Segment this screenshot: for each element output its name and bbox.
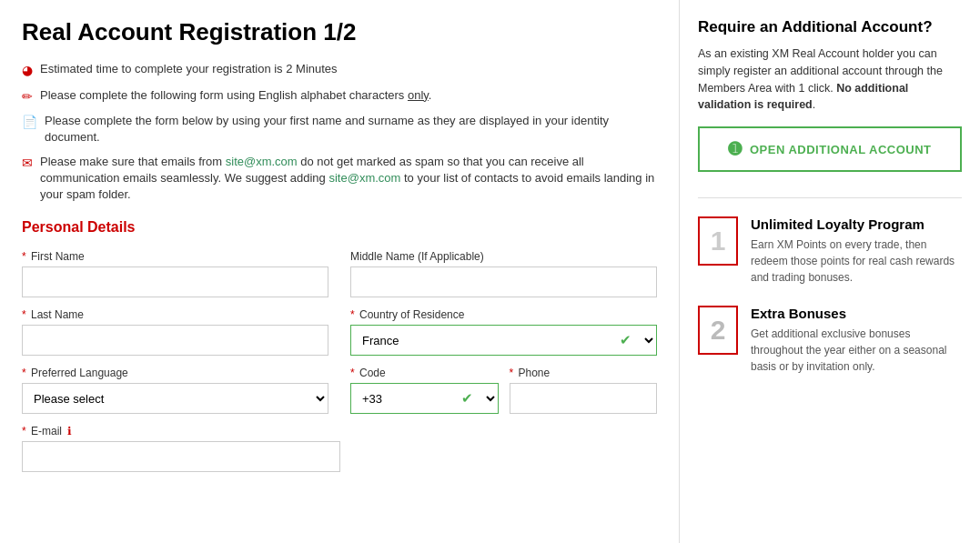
country-group: * Country of Residence France Germany Sp… <box>350 308 657 356</box>
info-text-email: Please make sure that emails from site@x… <box>40 154 657 204</box>
plus-circle-icon: ➊ <box>728 139 743 159</box>
preferred-language-select[interactable]: Please select English French German <box>22 383 328 414</box>
info-text-identity: Please complete the form below by using … <box>45 113 657 146</box>
phone-label: * Phone <box>510 367 658 379</box>
info-text-time: Estimated time to complete your registra… <box>40 61 338 77</box>
email-input[interactable] <box>22 441 340 472</box>
loyalty-number-box: 1 <box>698 216 738 266</box>
bonuses-text: Extra Bonuses Get additional exclusive b… <box>751 306 962 375</box>
page-title: Real Account Registration 1/2 <box>22 18 657 46</box>
phone-group: * Phone <box>510 367 658 414</box>
bonuses-title: Extra Bonuses <box>751 306 962 321</box>
bonuses-number-box: 2 <box>698 306 738 355</box>
email-link-1[interactable]: site@xm.com <box>226 155 298 168</box>
info-list: ◕ Estimated time to complete your regist… <box>22 61 657 203</box>
first-name-input[interactable] <box>22 266 328 297</box>
email-info-icon: ℹ <box>67 425 72 437</box>
preferred-language-label: * Preferred Language <box>22 367 328 379</box>
code-select[interactable]: +33 +1 +44 +49 <box>350 383 499 414</box>
info-item-email: ✉ Please make sure that emails from site… <box>22 154 657 204</box>
open-additional-account-button[interactable]: ➊ OPEN ADDITIONAL ACCOUNT <box>698 126 962 172</box>
extra-bonuses-section: 2 Extra Bonuses Get additional exclusive… <box>698 306 962 375</box>
personal-details-title: Personal Details <box>22 219 657 236</box>
phone-input[interactable] <box>510 383 658 414</box>
country-select-wrapper: France Germany Spain Italy ✔ <box>350 325 657 356</box>
email-group: * E-mail ℹ <box>22 425 657 472</box>
info-item-english: ✏ Please complete the following form usi… <box>22 87 657 106</box>
preferred-language-group: * Preferred Language Please select Engli… <box>22 367 328 414</box>
last-name-label: * Last Name <box>22 308 328 321</box>
mail-icon: ✉ <box>22 155 33 173</box>
first-name-group: * First Name <box>22 250 328 297</box>
left-panel: Real Account Registration 1/2 ◕ Estimate… <box>0 0 680 543</box>
info-text-english: Please complete the following form using… <box>40 87 431 104</box>
code-select-wrapper: +33 +1 +44 +49 ✔ <box>350 383 499 414</box>
id-icon: 📄 <box>22 114 37 132</box>
email-link-2[interactable]: site@xm.com <box>328 171 400 185</box>
middle-name-label: Middle Name (If Applicable) <box>350 250 657 263</box>
country-select[interactable]: France Germany Spain Italy <box>350 325 657 356</box>
info-item-time: ◕ Estimated time to complete your regist… <box>22 61 657 80</box>
code-group: * Code +33 +1 +44 +49 ✔ <box>350 367 499 414</box>
bonuses-description: Get additional exclusive bonuses through… <box>751 326 962 375</box>
pencil-icon: ✏ <box>22 88 33 106</box>
country-label: * Country of Residence <box>350 308 657 321</box>
last-name-group: * Last Name <box>22 308 328 356</box>
right-panel: Require an Additional Account? As an exi… <box>680 0 980 543</box>
middle-name-input[interactable] <box>350 266 657 297</box>
info-item-identity: 📄 Please complete the form below by usin… <box>22 113 657 146</box>
personal-details-form: * First Name Middle Name (If Applicable)… <box>22 250 657 472</box>
additional-account-title: Require an Additional Account? <box>698 18 962 36</box>
loyalty-title: Unlimited Loyalty Program <box>751 216 962 232</box>
divider-1 <box>698 197 962 198</box>
last-name-input[interactable] <box>22 325 328 356</box>
middle-name-group: Middle Name (If Applicable) <box>350 250 657 297</box>
loyalty-text: Unlimited Loyalty Program Earn XM Points… <box>751 216 962 286</box>
additional-account-description: As an existing XM Real Account holder yo… <box>698 45 962 114</box>
email-label: * E-mail ℹ <box>22 425 657 437</box>
loyalty-description: Earn XM Points on every trade, then rede… <box>751 236 962 286</box>
first-name-label: * First Name <box>22 250 328 263</box>
code-label: * Code <box>350 367 499 379</box>
code-phone-container: * Code +33 +1 +44 +49 ✔ <box>350 367 657 414</box>
loyalty-program-section: 1 Unlimited Loyalty Program Earn XM Poin… <box>698 216 962 286</box>
clock-icon: ◕ <box>22 62 33 80</box>
